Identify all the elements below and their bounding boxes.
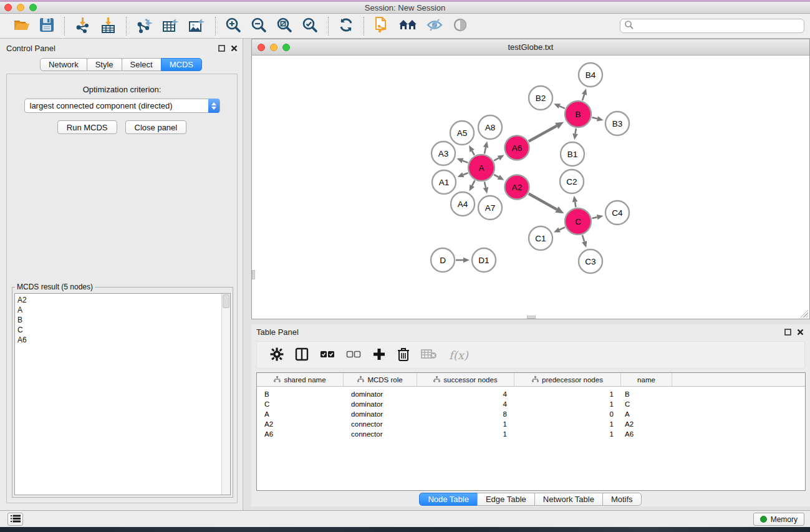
tab-style[interactable]: Style [87,58,122,71]
column-header-predecessor-nodes[interactable]: predecessor nodes [514,373,621,386]
list-item[interactable]: C [15,325,230,335]
graph-edge-A-A8[interactable] [485,147,486,153]
network-window-titlebar[interactable]: testGlobe.txt [252,39,809,56]
zoom-selected-button[interactable] [301,16,320,37]
graph-node-C2[interactable]: C2 [560,170,584,193]
graph-node-A6[interactable]: A6 [505,136,529,160]
list-item[interactable]: B [15,315,230,325]
table-row[interactable]: A6 connector 1 1 A6 [257,429,805,439]
graph-node-B3[interactable]: B3 [605,112,629,135]
graph-edge-C-C2[interactable] [575,202,576,208]
column-header-mcds-role[interactable]: MCDS role [344,373,417,386]
tab-select[interactable]: Select [122,58,162,71]
table-row[interactable]: B dominator 4 1 B [257,389,805,399]
graph-node-A4[interactable]: A4 [451,192,475,216]
show-hidden-button[interactable] [451,16,470,36]
network-close-button[interactable] [258,44,265,51]
table-row[interactable]: C dominator 4 1 C [257,399,805,409]
close-panel-icon[interactable] [231,43,238,54]
network-canvas[interactable]: ABCA6A2A5A8A3A1A4A7B4B2B3B1C2C4C1C3DD1 [252,56,809,319]
minimize-window-button[interactable] [17,4,24,11]
memory-button[interactable]: Memory [753,513,804,526]
graph-node-C1[interactable]: C1 [529,226,552,250]
open-session-button[interactable] [12,16,31,36]
tab-node-table[interactable]: Node Table [419,493,478,506]
criterion-dropdown[interactable]: largest connected component (directed) [24,99,220,113]
new-network-from-selection-button[interactable] [372,15,391,37]
close-window-button[interactable] [4,4,12,11]
graph-edge-A-A5[interactable] [472,151,475,155]
graph-node-B2[interactable]: B2 [529,86,552,110]
show-task-history-button[interactable] [7,513,23,526]
graph-edge-B-B4[interactable] [582,94,584,100]
zoom-fit-button[interactable] [275,16,294,37]
graph-node-C3[interactable]: C3 [579,249,602,273]
zoom-out-button[interactable] [249,16,269,37]
graph-edge-A-A2[interactable] [494,175,498,177]
hide-selected-button[interactable] [425,16,445,36]
graph-edge-A-A7[interactable] [485,181,486,187]
network-graph[interactable]: ABCA6A2A5A8A3A1A4A7B4B2B3B1C2C4C1C3DD1 [252,56,809,319]
graph-node-A1[interactable]: A1 [432,170,456,194]
graph-node-B1[interactable]: B1 [561,142,584,166]
zoom-in-button[interactable] [224,16,243,37]
table-row[interactable]: A dominator 8 0 A [257,409,805,419]
run-mcds-button[interactable]: Run MCDS [57,120,117,134]
list-item[interactable]: A2 [15,295,230,305]
close-panel-icon[interactable] [797,327,804,338]
float-panel-icon[interactable] [784,327,791,338]
delete-column-button[interactable] [397,347,410,363]
graph-edge-A-A6[interactable] [494,158,499,160]
graph-edge-C-C4[interactable] [592,217,597,218]
graph-node-D1[interactable]: D1 [472,248,496,272]
graph-node-A2[interactable]: A2 [505,175,529,200]
graph-edge-A2-C[interactable] [529,194,557,210]
tab-network[interactable]: Network [40,58,87,71]
tab-motifs[interactable]: Motifs [602,493,642,506]
add-column-button[interactable] [372,347,386,363]
import-network-button[interactable] [73,16,92,37]
graph-node-B4[interactable]: B4 [579,63,602,87]
list-item[interactable]: A [15,305,230,315]
column-header-shared-name[interactable]: shared name [257,373,344,386]
graph-edge-B-B2[interactable] [559,106,565,109]
graph-node-D[interactable]: D [431,248,455,272]
graph-node-A7[interactable]: A7 [478,196,502,220]
table-row[interactable]: A2 connector 1 1 A2 [257,419,805,429]
graph-edge-A-A3[interactable] [463,161,468,163]
graph-node-C4[interactable]: C4 [605,201,629,225]
graph-edge-B-B3[interactable] [592,117,597,118]
graph-node-C[interactable]: C [565,208,591,235]
graph-edge-C-C1[interactable] [559,227,565,230]
graph-edge-C-C3[interactable] [582,235,584,242]
horizontal-scrollbar-thumb[interactable] [527,316,536,319]
tab-edge-table[interactable]: Edge Table [477,493,535,506]
first-neighbors-button[interactable] [397,16,418,36]
search-input[interactable] [634,20,804,32]
save-session-button[interactable] [37,16,56,36]
graph-edge-A-A1[interactable] [463,173,468,175]
float-panel-icon[interactable] [218,43,225,54]
zoom-window-button[interactable] [29,4,37,11]
import-table-button[interactable] [99,16,118,37]
result-scrollbar[interactable] [221,294,230,495]
graph-node-A8[interactable]: A8 [478,115,502,139]
graph-edge-A-A4[interactable] [472,180,475,185]
export-table-button[interactable] [161,16,181,37]
network-zoom-button[interactable] [282,44,290,51]
deselect-all-button[interactable] [346,349,361,361]
tab-mcds[interactable]: MCDS [161,58,202,71]
graph-node-B[interactable]: B [565,101,591,127]
delete-table-button[interactable] [421,349,437,362]
graph-node-A3[interactable]: A3 [432,142,455,165]
export-image-button[interactable] [187,16,207,37]
function-builder-button[interactable]: f(x) [449,349,468,362]
tab-network-table[interactable]: Network Table [534,493,603,506]
refresh-button[interactable] [337,16,355,36]
graph-node-A[interactable]: A [468,155,494,181]
column-settings-button[interactable] [270,347,284,363]
select-all-button[interactable] [320,349,335,361]
graph-edge-A6-B[interactable] [529,126,557,142]
vertical-scrollbar-thumb[interactable] [252,270,255,279]
column-header-name[interactable]: name [621,373,672,386]
